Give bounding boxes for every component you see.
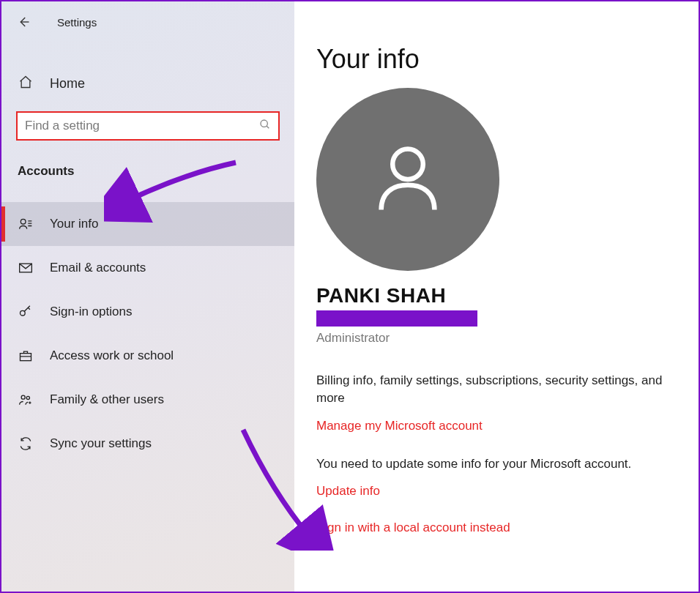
sidebar-item-your-info[interactable]: Your info bbox=[1, 202, 294, 246]
billing-description: Billing info, family settings, subscript… bbox=[316, 372, 682, 407]
svg-rect-4 bbox=[21, 354, 31, 361]
svg-point-1 bbox=[21, 219, 26, 224]
update-description: You need to update some info for your Mi… bbox=[316, 455, 682, 473]
sidebar-home[interactable]: Home bbox=[1, 66, 294, 101]
local-account-link[interactable]: Sign in with a local account instead bbox=[316, 521, 682, 535]
sidebar-item-sync[interactable]: Sync your settings bbox=[1, 422, 294, 466]
key-icon bbox=[18, 305, 34, 319]
svg-point-3 bbox=[21, 310, 26, 316]
window-title: Settings bbox=[57, 16, 97, 29]
home-icon bbox=[18, 75, 34, 92]
sidebar-item-label: Family & other users bbox=[50, 392, 164, 407]
sidebar-item-label: Sign-in options bbox=[50, 305, 132, 319]
svg-point-7 bbox=[392, 149, 423, 179]
update-info-link[interactable]: Update info bbox=[316, 484, 682, 499]
briefcase-icon bbox=[18, 348, 34, 363]
home-label: Home bbox=[50, 76, 85, 92]
search-icon bbox=[259, 119, 271, 133]
user-role: Administrator bbox=[316, 331, 682, 346]
manage-account-link[interactable]: Manage my Microsoft account bbox=[316, 419, 682, 433]
titlebar: Settings bbox=[1, 10, 294, 31]
content-pane: Your info PANKI SHAH Administrator Billi… bbox=[294, 1, 699, 592]
people-add-icon bbox=[18, 392, 34, 407]
mail-icon bbox=[18, 261, 34, 275]
page-title: Your info bbox=[316, 44, 682, 75]
sidebar-item-work[interactable]: Access work or school bbox=[1, 334, 294, 378]
back-button[interactable] bbox=[15, 13, 32, 31]
sidebar-item-label: Access work or school bbox=[50, 348, 174, 363]
svg-point-0 bbox=[261, 120, 267, 127]
sidebar: Settings Home Accounts bbox=[1, 1, 294, 592]
redacted-email bbox=[316, 310, 477, 327]
sync-icon bbox=[18, 436, 34, 451]
sidebar-item-email[interactable]: Email & accounts bbox=[1, 246, 294, 290]
svg-point-5 bbox=[21, 395, 25, 399]
user-detail-icon bbox=[18, 217, 34, 231]
search-input[interactable] bbox=[25, 119, 259, 133]
sidebar-nav: Your info Email & accounts Sign-in optio… bbox=[1, 202, 294, 466]
sidebar-item-family[interactable]: Family & other users bbox=[1, 378, 294, 422]
sidebar-item-signin[interactable]: Sign-in options bbox=[1, 290, 294, 334]
sidebar-item-label: Your info bbox=[50, 217, 98, 231]
search-box[interactable] bbox=[16, 111, 280, 141]
sidebar-item-label: Sync your settings bbox=[50, 436, 152, 451]
avatar bbox=[316, 88, 499, 271]
user-name: PANKI SHAH bbox=[316, 284, 682, 307]
svg-point-6 bbox=[26, 396, 29, 399]
sidebar-item-label: Email & accounts bbox=[50, 261, 146, 275]
person-icon bbox=[360, 132, 455, 227]
sidebar-section-label: Accounts bbox=[1, 141, 294, 184]
